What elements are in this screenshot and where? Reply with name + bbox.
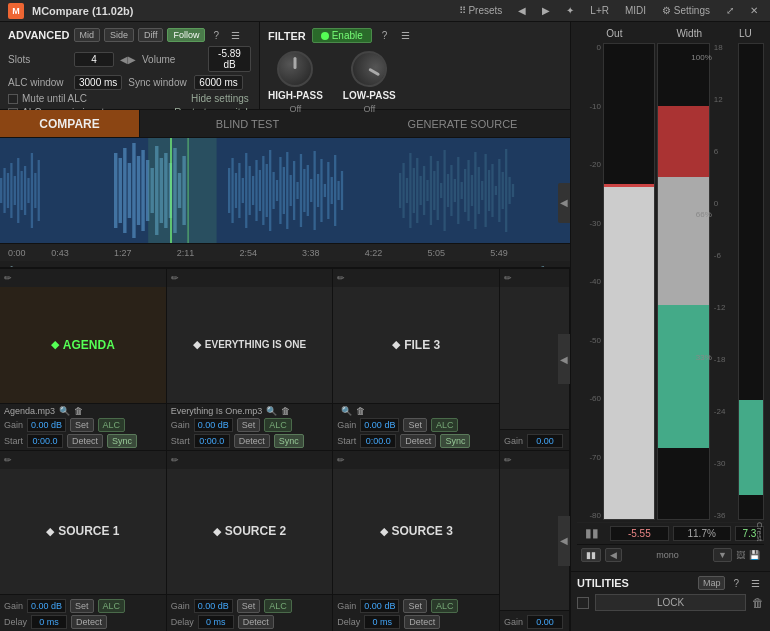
slot-source4-edit[interactable]: ✏ (504, 455, 512, 465)
slot-source1-gain[interactable]: 0.00 dB (27, 599, 66, 613)
slot-everything-search[interactable]: 🔍 (266, 406, 277, 416)
slot-everything-sync[interactable]: Sync (274, 434, 304, 448)
slot-agenda-detect[interactable]: Detect (67, 434, 103, 448)
mute-checkbox[interactable] (8, 94, 18, 104)
slot-source2-gain[interactable]: 0.00 dB (194, 599, 233, 613)
volume-value[interactable]: -5.89 dB (208, 46, 251, 72)
advanced-help[interactable]: ? (209, 30, 223, 41)
tab-side[interactable]: Side (104, 28, 134, 42)
meter-rewind-btn[interactable]: ◀ (605, 548, 622, 562)
slot-source3-detect[interactable]: Detect (404, 615, 440, 629)
slot-source2-detect[interactable]: Detect (238, 615, 274, 629)
hide-settings-btn[interactable]: Hide settings (191, 93, 251, 104)
slot-agenda-edit[interactable]: ✏ (4, 273, 12, 283)
tab-follow[interactable]: Follow (167, 28, 205, 42)
slot-source3-edit[interactable]: ✏ (337, 455, 345, 465)
app-title: MCompare (11.02b) (32, 5, 133, 17)
slot-everything-detect[interactable]: Detect (234, 434, 270, 448)
slot-file3-edit[interactable]: ✏ (337, 273, 345, 283)
slot-source1-detect[interactable]: Detect (71, 615, 107, 629)
row2-collapse[interactable]: ◀ (558, 516, 570, 566)
meter-pause-btn[interactable]: ▮▮ (581, 548, 601, 562)
slot-everything-body[interactable]: ◆ EVERYTHING IS ONE (167, 287, 333, 403)
close-button[interactable]: ✕ (746, 5, 762, 16)
slot-agenda-sync[interactable]: Sync (107, 434, 137, 448)
slot-source2-alc[interactable]: ALC (264, 599, 292, 613)
slot-source3-gain[interactable]: 0.00 dB (360, 599, 399, 613)
slot-file3-alc[interactable]: ALC (431, 418, 459, 432)
slot-everything-start[interactable]: 0:00.0 (194, 434, 230, 448)
util-map-btn[interactable]: Map (698, 576, 726, 590)
presets-button[interactable]: ⠿ Presets (455, 5, 507, 16)
slots-arrows[interactable]: ◀▶ (120, 54, 136, 65)
filter-extra[interactable]: ☰ (397, 30, 414, 41)
slot-source4-gain[interactable]: 0.00 (527, 615, 563, 629)
tab-generate-source[interactable]: GENERATE SOURCE (355, 110, 570, 137)
slot-agenda-body[interactable]: ◆ AGENDA (0, 287, 166, 403)
slot-agenda-start[interactable]: 0:00.0 (27, 434, 63, 448)
waveform-side-collapse[interactable]: ◀ (558, 183, 570, 223)
high-pass-knob[interactable] (277, 51, 313, 87)
slot-file3-gain[interactable]: 0.00 dB (360, 418, 399, 432)
tab-compare[interactable]: COMPARE (0, 110, 140, 137)
util-extra[interactable]: ☰ (747, 578, 764, 589)
waveform-canvas[interactable] (0, 138, 570, 243)
slot-source3-alc[interactable]: ALC (431, 599, 459, 613)
slot-file3-body[interactable]: ◆ FILE 3 (333, 287, 499, 403)
tab-blind-test[interactable]: BLIND TEST (140, 110, 355, 137)
slot-agenda-search[interactable]: 🔍 (59, 406, 70, 416)
expand-button[interactable]: ⤢ (722, 5, 738, 16)
row1-collapse[interactable]: ◀ (558, 334, 570, 384)
slot-everything-delete[interactable]: 🗑 (281, 406, 290, 416)
slot-source2-body[interactable]: ◆ SOURCE 2 (167, 469, 333, 595)
slot-source1-body[interactable]: ◆ SOURCE 1 (0, 469, 166, 595)
meter-collapse-btn[interactable]: ▼ (713, 548, 732, 562)
slot-source3-set[interactable]: Set (403, 599, 427, 613)
lr-button[interactable]: L+R (586, 5, 613, 16)
slot-source2-edit[interactable]: ✏ (171, 455, 179, 465)
slot-source2-delay[interactable]: 0 ms (198, 615, 234, 629)
slot-source1-edit[interactable]: ✏ (4, 455, 12, 465)
slot-file3-set[interactable]: Set (403, 418, 427, 432)
slot-source1-delay[interactable]: 0 ms (31, 615, 67, 629)
trash-icon[interactable]: 🗑 (752, 596, 764, 610)
slot-agenda-alc[interactable]: ALC (98, 418, 126, 432)
slot-file3-delete[interactable]: 🗑 (356, 406, 365, 416)
slot-agenda-gain[interactable]: 0.00 dB (27, 418, 66, 432)
settings-button[interactable]: ⚙ Settings (658, 5, 714, 16)
slot-file3-start[interactable]: 0:00.0 (360, 434, 396, 448)
slot-file3-sync[interactable]: Sync (440, 434, 470, 448)
slot-source1-alc[interactable]: ALC (98, 599, 126, 613)
slot-file3-detect[interactable]: Detect (400, 434, 436, 448)
slot-file3-search[interactable]: 🔍 (341, 406, 352, 416)
slot-4-edit[interactable]: ✏ (504, 273, 512, 283)
slot-4-gain[interactable]: 0.00 (527, 434, 563, 448)
sync-value[interactable]: 6000 ms (194, 75, 242, 90)
slot-agenda-set[interactable]: Set (70, 418, 94, 432)
slot-source3-body[interactable]: ◆ SOURCE 3 (333, 469, 499, 595)
util-lock-checkbox[interactable] (577, 597, 589, 609)
lock-button[interactable]: LOCK (595, 594, 746, 611)
slots-value[interactable]: 4 (74, 52, 114, 67)
slot-source2-set[interactable]: Set (237, 599, 261, 613)
slot-agenda-delete[interactable]: 🗑 (74, 406, 83, 416)
slot-everything-edit[interactable]: ✏ (171, 273, 179, 283)
slot-everything-gain[interactable]: 0.00 dB (194, 418, 233, 432)
slot-everything-set[interactable]: Set (237, 418, 261, 432)
midi-button[interactable]: MIDI (621, 5, 650, 16)
alc-value[interactable]: 3000 ms (74, 75, 122, 90)
slot-source1-set[interactable]: Set (70, 599, 94, 613)
tab-diff[interactable]: Diff (138, 28, 163, 42)
nav-left-button[interactable]: ◀ (514, 5, 530, 16)
tab-mid[interactable]: Mid (74, 28, 101, 42)
filter-enable-button[interactable]: Enable (312, 28, 372, 43)
pause-btn[interactable]: ▮▮ (585, 526, 599, 540)
util-help[interactable]: ? (729, 578, 743, 589)
slot-everything-alc[interactable]: ALC (264, 418, 292, 432)
slot-source3-delay[interactable]: 0 ms (364, 615, 400, 629)
nav-right-button[interactable]: ▶ (538, 5, 554, 16)
pin-button[interactable]: ✦ (562, 5, 578, 16)
low-pass-knob[interactable] (345, 44, 394, 93)
advanced-extra[interactable]: ☰ (227, 30, 244, 41)
filter-help[interactable]: ? (378, 30, 392, 41)
